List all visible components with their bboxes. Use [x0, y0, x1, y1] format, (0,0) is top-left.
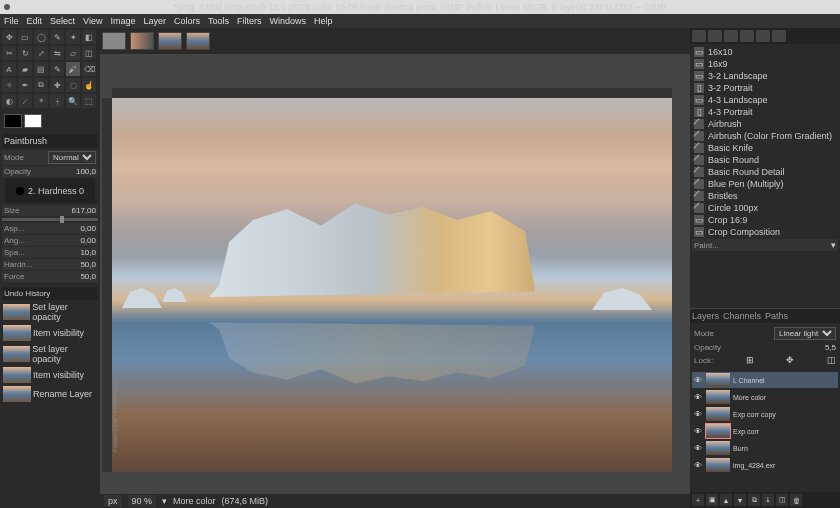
free-select-tool-icon[interactable]: ✎ — [50, 30, 64, 44]
hardness-value[interactable]: 50,0 — [80, 260, 96, 269]
heal-tool-icon[interactable]: ✚ — [50, 78, 64, 92]
mode-select[interactable]: Normal — [48, 151, 96, 164]
perspective-tool-icon[interactable]: ▱ — [66, 46, 80, 60]
vertical-ruler[interactable] — [102, 98, 112, 472]
fonts-tab-icon[interactable] — [740, 30, 754, 42]
gradients-tab-icon[interactable] — [724, 30, 738, 42]
ink-tool-icon[interactable]: ✒ — [18, 78, 32, 92]
duplicate-layer-icon[interactable]: ⧉ — [748, 494, 760, 506]
measure-tool-icon[interactable]: ⟊ — [50, 94, 64, 108]
image-tab[interactable] — [186, 32, 210, 50]
menu-windows[interactable]: Windows — [269, 16, 306, 26]
list-item[interactable]: ▭16x9 — [692, 58, 838, 70]
layer-name[interactable]: L Channel — [733, 377, 765, 384]
clone-tool-icon[interactable]: ⧉ — [34, 78, 48, 92]
new-layer-icon[interactable]: + — [692, 494, 704, 506]
menu-help[interactable]: Help — [314, 16, 333, 26]
smudge-tool-icon[interactable]: ☝ — [82, 78, 96, 92]
layer-row[interactable]: 👁Burn — [692, 440, 838, 456]
list-item[interactable]: Bristles — [692, 190, 838, 202]
undo-item[interactable]: Item visibility — [2, 366, 98, 384]
unit-select[interactable]: px — [104, 495, 122, 507]
color-picker-tool-icon[interactable]: ⌖ — [34, 94, 48, 108]
menu-colors[interactable]: Colors — [174, 16, 200, 26]
list-item[interactable]: ▯3-2 Portrait — [692, 82, 838, 94]
list-item[interactable]: ▭3-2 Landscape — [692, 70, 838, 82]
rect-select-tool-icon[interactable]: ▭ — [18, 30, 32, 44]
eye-icon[interactable]: 👁 — [693, 392, 703, 402]
traffic-light-icon[interactable] — [4, 4, 10, 10]
list-item[interactable]: Basic Round — [692, 154, 838, 166]
list-item[interactable]: Airbrush — [692, 118, 838, 130]
chevron-down-icon[interactable]: ▾ — [162, 496, 167, 506]
list-item[interactable]: Airbrush (Color From Gradient) — [692, 130, 838, 142]
path-tool-icon[interactable]: ⟋ — [18, 94, 32, 108]
paths-tab[interactable]: Paths — [765, 311, 788, 321]
image-tab-active[interactable] — [158, 32, 182, 50]
menu-select[interactable]: Select — [50, 16, 75, 26]
brush-preview[interactable]: 2. Hardness 0 — [5, 179, 95, 203]
color-select-tool-icon[interactable]: ◧ — [82, 30, 96, 44]
eye-icon[interactable]: 👁 — [693, 426, 703, 436]
bucket-tool-icon[interactable]: ▰ — [18, 62, 32, 76]
layers-tab[interactable]: Layers — [692, 311, 719, 321]
cage-tool-icon[interactable]: ⬚ — [82, 94, 96, 108]
menu-tools[interactable]: Tools — [208, 16, 229, 26]
zoom-select[interactable]: 90 % — [128, 495, 157, 507]
layer-row[interactable]: 👁Exp corr — [692, 423, 838, 439]
menu-file[interactable]: File — [4, 16, 19, 26]
menu-image[interactable]: Image — [110, 16, 135, 26]
mask-icon[interactable]: ◫ — [776, 494, 788, 506]
crop-tool-icon[interactable]: ✂ — [2, 46, 16, 60]
image-tab[interactable] — [102, 32, 126, 50]
pencil-tool-icon[interactable]: ✎ — [50, 62, 64, 76]
layer-row[interactable]: 👁More color — [692, 389, 838, 405]
lock-alpha-icon[interactable]: ◫ — [827, 355, 836, 365]
ellipse-select-tool-icon[interactable]: ◯ — [34, 30, 48, 44]
history-tab-icon[interactable] — [756, 30, 770, 42]
angle-value[interactable]: 0,00 — [80, 236, 96, 245]
layer-name[interactable]: Burn — [733, 445, 748, 452]
list-item[interactable]: ▭16x10 — [692, 46, 838, 58]
background-color[interactable] — [24, 114, 42, 128]
layer-name[interactable]: More color — [733, 394, 766, 401]
text-tool-icon[interactable]: A — [2, 62, 16, 76]
lock-position-icon[interactable]: ✥ — [786, 355, 794, 365]
patterns-tab-icon[interactable] — [708, 30, 722, 42]
eye-icon[interactable]: 👁 — [693, 409, 703, 419]
zoom-tool-icon[interactable]: 🔍 — [66, 94, 80, 108]
layer-opacity-value[interactable]: 5,5 — [825, 343, 836, 352]
horizontal-ruler[interactable] — [112, 88, 672, 98]
layer-row[interactable]: 👁L Channel — [692, 372, 838, 388]
flip-tool-icon[interactable]: ⇋ — [50, 46, 64, 60]
eraser-tool-icon[interactable]: ⌫ — [82, 62, 96, 76]
spacing-value[interactable]: 10,0 — [80, 248, 96, 257]
image-tab[interactable] — [130, 32, 154, 50]
aspect-value[interactable]: 0,00 — [80, 224, 96, 233]
menu-layer[interactable]: Layer — [143, 16, 166, 26]
list-item[interactable]: ▭4-3 Landscape — [692, 94, 838, 106]
scale-tool-icon[interactable]: ⤢ — [34, 46, 48, 60]
delete-layer-icon[interactable]: 🗑 — [790, 494, 802, 506]
layer-row[interactable]: 👁Exp corr copy — [692, 406, 838, 422]
paint-dynamics-tab-icon[interactable] — [772, 30, 786, 42]
image-canvas[interactable]: Frozen Zone / Shutterstock — [112, 98, 672, 472]
menu-edit[interactable]: Edit — [27, 16, 43, 26]
opacity-value[interactable]: 100,0 — [76, 167, 96, 176]
paintbrush-tool-icon[interactable]: 🖌 — [66, 62, 80, 76]
layer-name[interactable]: Exp corr copy — [733, 411, 776, 418]
size-slider[interactable] — [2, 218, 98, 221]
airbrush-tool-icon[interactable]: ✧ — [2, 78, 16, 92]
lock-pixels-icon[interactable]: ⊞ — [746, 355, 754, 365]
merge-down-icon[interactable]: ⤓ — [762, 494, 774, 506]
dodge-tool-icon[interactable]: ◐ — [2, 94, 16, 108]
list-item[interactable]: Circle 100px — [692, 202, 838, 214]
chevron-down-icon[interactable]: ▾ — [831, 240, 836, 250]
gradient-tool-icon[interactable]: ▤ — [34, 62, 48, 76]
list-item[interactable]: ▯4-3 Portrait — [692, 106, 838, 118]
layer-group-icon[interactable]: ▣ — [706, 494, 718, 506]
eye-icon[interactable]: 👁 — [693, 443, 703, 453]
size-value[interactable]: 617,00 — [72, 206, 96, 215]
fuzzy-select-tool-icon[interactable]: ✦ — [66, 30, 80, 44]
raise-layer-icon[interactable]: ▲ — [720, 494, 732, 506]
